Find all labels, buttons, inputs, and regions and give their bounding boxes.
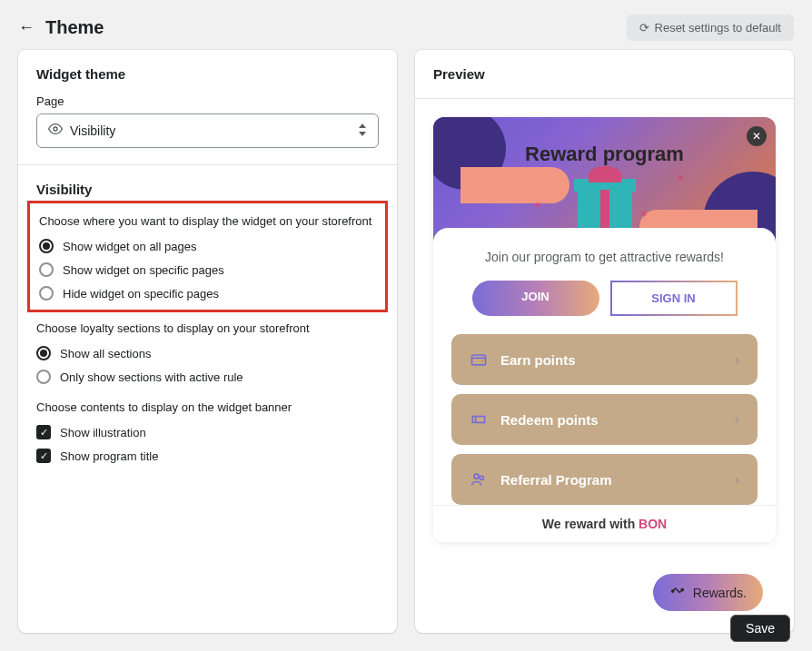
svg-point-0 xyxy=(54,127,57,131)
close-button[interactable]: ✕ xyxy=(747,126,767,146)
join-button[interactable]: JOIN xyxy=(472,281,599,316)
check-show-illustration[interactable]: ✓ Show illustration xyxy=(36,425,379,439)
svg-point-5 xyxy=(671,590,673,592)
save-button[interactable]: Save xyxy=(730,615,790,642)
radio-show-all-pages[interactable]: Show widget on all pages xyxy=(39,239,376,253)
radio-only-active-sections[interactable]: Only show sections with active rule xyxy=(36,370,379,384)
checkbox-icon: ✓ xyxy=(36,449,51,463)
footer-brand: BON xyxy=(639,517,667,531)
illustration-hand xyxy=(460,167,569,203)
svg-point-6 xyxy=(681,588,683,590)
ticket-icon xyxy=(470,410,488,429)
users-icon xyxy=(470,470,488,488)
preview-hero: ✶ ✶ ✶ Reward program ✕ xyxy=(433,117,776,244)
preview-tagline: Join our program to get attractive rewar… xyxy=(451,250,758,264)
signin-label: SIGN IN xyxy=(651,291,695,305)
menu-label: Referral Program xyxy=(500,472,722,488)
star-icon: ✶ xyxy=(676,172,685,184)
banner-group-label: Choose contents to display on the widget… xyxy=(36,400,379,414)
radio-icon xyxy=(36,346,51,360)
join-label: JOIN xyxy=(521,290,549,303)
reset-button[interactable]: ⟳ Reset settings to default xyxy=(627,15,794,41)
refresh-icon: ⟳ xyxy=(639,21,649,35)
preview-footer: We reward with BON xyxy=(433,505,776,542)
radio-label: Only show sections with active rule xyxy=(60,370,243,384)
menu-referral-program[interactable]: Referral Program › xyxy=(451,454,758,505)
rewards-bubble-label: Rewards. xyxy=(693,586,747,600)
radio-icon xyxy=(36,370,51,384)
hero-title: Reward program xyxy=(433,143,776,166)
footer-prefix: We reward with xyxy=(542,517,639,531)
signin-button[interactable]: SIGN IN xyxy=(610,281,738,316)
radio-show-all-sections[interactable]: Show all sections xyxy=(36,346,379,360)
chevron-updown-icon xyxy=(358,123,367,139)
radio-hide-specific-pages[interactable]: Hide widget on specific pages xyxy=(39,286,376,301)
menu-label: Earn points xyxy=(500,352,722,368)
preview-frame: ✶ ✶ ✶ Reward program ✕ Join our program … xyxy=(433,117,776,542)
back-arrow-icon[interactable]: ← xyxy=(18,18,35,37)
radio-label: Show all sections xyxy=(60,347,151,360)
menu-redeem-points[interactable]: Redeem points › xyxy=(451,394,758,445)
radio-label: Hide widget on specific pages xyxy=(63,287,219,301)
save-label: Save xyxy=(746,621,775,636)
wallet-icon xyxy=(470,350,488,369)
chevron-right-icon: › xyxy=(735,412,739,427)
page-select-value: Visibility xyxy=(70,123,351,138)
display-group-label: Choose where you want to display the wid… xyxy=(39,214,376,228)
visibility-title: Visibility xyxy=(36,182,379,197)
star-icon: ✶ xyxy=(639,208,649,221)
svg-point-2 xyxy=(481,360,484,362)
checkbox-icon: ✓ xyxy=(36,425,51,439)
rewards-icon xyxy=(669,583,686,602)
check-label: Show program title xyxy=(60,449,158,463)
radio-label: Show widget on all pages xyxy=(63,240,196,253)
rewards-bubble-button[interactable]: Rewards. xyxy=(653,574,763,611)
preview-title: Preview xyxy=(433,66,776,82)
close-icon: ✕ xyxy=(752,130,761,143)
chevron-right-icon: › xyxy=(735,352,739,367)
chevron-right-icon: › xyxy=(735,472,739,487)
widget-theme-title: Widget theme xyxy=(36,66,379,82)
svg-point-4 xyxy=(480,476,483,479)
page-field-label: Page xyxy=(36,94,379,108)
sections-group-label: Choose loyalty sections to display on yo… xyxy=(36,321,379,335)
radio-show-specific-pages[interactable]: Show widget on specific pages xyxy=(39,262,376,277)
eye-icon xyxy=(48,122,63,140)
radio-icon xyxy=(39,239,54,253)
page-select[interactable]: Visibility xyxy=(36,113,379,148)
highlight-box: Choose where you want to display the wid… xyxy=(27,201,388,312)
page-title: Theme xyxy=(45,17,104,38)
menu-label: Redeem points xyxy=(500,412,722,428)
radio-label: Show widget on specific pages xyxy=(63,263,224,277)
radio-icon xyxy=(39,286,54,301)
svg-point-3 xyxy=(474,474,479,478)
radio-icon xyxy=(39,262,54,277)
check-show-program-title[interactable]: ✓ Show program title xyxy=(36,449,379,463)
menu-earn-points[interactable]: Earn points › xyxy=(451,334,758,385)
star-icon: ✶ xyxy=(533,199,542,212)
reset-button-label: Reset settings to default xyxy=(655,21,781,35)
check-label: Show illustration xyxy=(60,426,146,439)
svg-rect-1 xyxy=(472,355,486,365)
